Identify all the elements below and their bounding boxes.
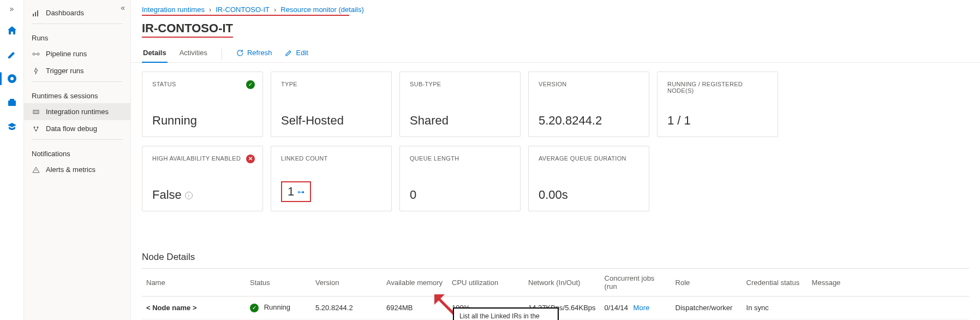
refresh-button[interactable]: Refresh [235,45,273,62]
col-cpu[interactable]: CPU utilization [447,269,524,297]
breadcrumb-current[interactable]: Resource monitor (details) [280,5,363,14]
col-name[interactable]: Name [142,269,246,297]
card-value: 1 ⊶ [281,181,381,202]
card-queue-length: QUEUE LENGTH 0 [399,146,521,211]
svg-point-7 [33,53,35,55]
sidebar-item-dataflow-debug[interactable]: Data flow debug [24,120,130,137]
card-label: STATUS [152,81,253,87]
card-type: TYPE Self-Hosted [271,72,392,137]
tab-details[interactable]: Details [142,45,168,62]
chevron-right-icon: › [274,5,276,14]
edit-button[interactable]: Edit [284,45,309,62]
sidebar-label: Integration runtimes [46,108,109,116]
sidebar-label: Dashboards [46,9,84,17]
sidebar-item-alerts[interactable]: Alerts & metrics [24,161,130,178]
svg-point-8 [37,53,39,55]
dataflow-icon [32,125,40,133]
chevron-right-icon: › [209,5,211,14]
link-icon: ⊶ [297,188,304,196]
linked-count-box[interactable]: 1 ⊶ [281,181,311,202]
main: Integration runtimes › IR-CONTOSO-IT › R… [131,0,980,320]
svg-rect-5 [35,12,36,16]
sidebar-item-integration-runtimes[interactable]: Integration runtimes [24,103,130,120]
card-version: VERSION 5.20.8244.2 [528,72,649,137]
ha-value: False [152,188,182,202]
cell-name: < Node name > [146,304,196,312]
col-role[interactable]: Role [671,269,742,297]
pipeline-icon [32,50,40,58]
divider [32,23,123,24]
card-value: Self-Hosted [281,114,381,128]
sidebar-label: Pipeline runs [46,50,87,58]
sidebar-label: Alerts & metrics [46,165,95,174]
card-subtype: SUB-TYPE Shared [399,72,521,137]
card-label: RUNNING / REGISTERED NODE(S) [667,81,768,94]
svg-rect-4 [33,14,34,16]
card-ha: HIGH AVAILABILITY ENABLED ✕ Falsei [142,146,263,211]
sidebar-label: Trigger runs [46,67,84,75]
card-nodes: RUNNING / REGISTERED NODE(S) 1 / 1 [657,72,778,137]
card-label: QUEUE LENGTH [410,155,510,162]
card-queue-duration: AVERAGE QUEUE DURATION 0.00s [528,146,649,211]
card-label: AVERAGE QUEUE DURATION [539,155,639,162]
page-title: IR-CONTOSO-IT [142,21,233,38]
sidebar-item-dashboards[interactable]: Dashboards [24,4,130,21]
breadcrumb: Integration runtimes › IR-CONTOSO-IT › R… [131,0,980,15]
edit-label: Edit [296,49,308,57]
breadcrumb-link[interactable]: Integration runtimes [142,5,205,14]
col-cred[interactable]: Credential status [742,269,808,297]
cell-memory: 6924MB [382,297,447,319]
sidebar-label: Data flow debug [46,125,97,133]
node-details-title: Node Details [142,252,969,263]
card-label: SUB-TYPE [410,81,510,87]
col-version[interactable]: Version [311,269,382,297]
svg-rect-10 [33,110,39,114]
col-status[interactable]: Status [246,269,311,297]
tab-activities[interactable]: Activities [178,45,208,62]
info-icon[interactable]: i [185,192,193,199]
card-status: STATUS ✓ Running [142,72,263,137]
sidebar: « Dashboards Runs Pipeline runs Trigger … [24,0,131,320]
card-label: TYPE [281,81,381,87]
rail-monitor-icon[interactable] [3,70,21,87]
trigger-icon [32,67,40,75]
card-value: 0.00s [539,188,639,202]
cell-jobs: 0/14/14 [605,304,628,312]
rail-learn-icon[interactable] [3,118,21,135]
rail-author-icon[interactable] [3,46,21,63]
sidebar-collapse-icon[interactable]: « [121,3,125,12]
card-value: Running [152,114,253,128]
divider [32,139,123,140]
card-linked: LINKED COUNT 1 ⊶ [271,146,392,211]
card-value: Shared [410,114,510,128]
sidebar-item-trigger-runs[interactable]: Trigger runs [24,62,130,79]
more-link[interactable]: More [634,304,650,312]
status-ok-icon: ✓ [246,80,255,89]
sidebar-item-pipeline-runs[interactable]: Pipeline runs [24,45,130,62]
tabs-row: Details Activities Refresh Edit [131,38,980,63]
svg-point-1 [10,77,14,80]
card-label: LINKED COUNT [281,155,381,162]
cell-cred: In sync [742,297,808,319]
cell-version: 5.20.8244.2 [311,297,382,319]
col-memory[interactable]: Available memory [382,269,447,297]
sidebar-section-runtimes: Runtimes & sessions [24,84,130,103]
edit-icon [285,49,292,57]
col-network[interactable]: Network (In/Out) [524,269,600,297]
col-msg[interactable]: Message [808,269,969,297]
rail-expand-icon[interactable]: » [10,4,14,13]
cell-status: Running [264,303,290,311]
breadcrumb-link[interactable]: IR-CONTOSO-IT [216,5,270,14]
rail-manage-icon[interactable] [3,94,21,111]
card-value: 5.20.8244.2 [539,114,639,128]
left-rail: » [0,0,24,320]
refresh-icon [236,49,244,57]
cell-msg [808,297,969,319]
col-jobs[interactable]: Concurrent jobs (run [600,269,671,297]
svg-rect-6 [37,10,38,16]
card-value: 0 [410,188,510,202]
card-value: 1 / 1 [667,114,768,128]
rail-home-icon[interactable] [3,22,21,39]
cell-role: Dispatcher/worker [671,297,742,319]
svg-rect-3 [10,99,14,101]
